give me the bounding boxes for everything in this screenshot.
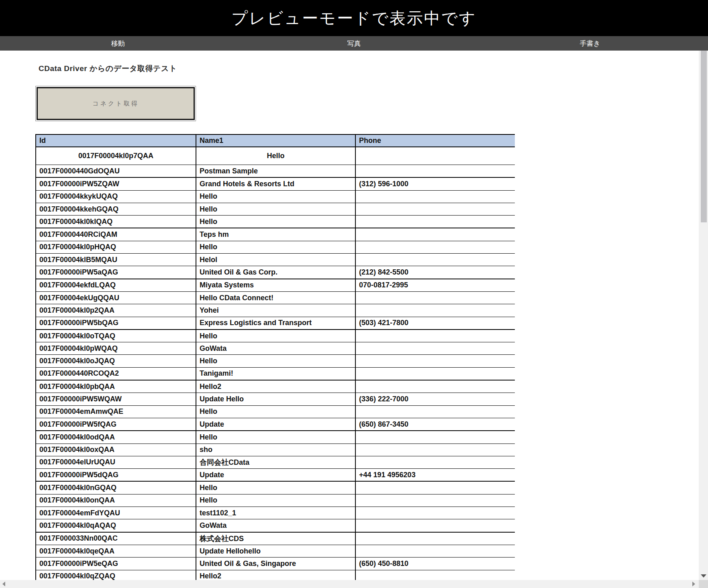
cell-phone: (503) 421-7800 bbox=[355, 317, 515, 330]
cell-phone bbox=[355, 254, 515, 266]
cell-phone bbox=[355, 507, 515, 519]
cell-phone bbox=[355, 456, 515, 468]
table-row: 0017F0000440RCiQAMTeps hm bbox=[36, 228, 515, 241]
scroll-down-arrow-icon[interactable] bbox=[701, 574, 706, 578]
cell-phone: 070-0817-2995 bbox=[355, 279, 515, 292]
cell-name1: Hello2 bbox=[196, 380, 355, 393]
cell-id: 0017F00000iPW5eQAG bbox=[36, 557, 196, 570]
cell-phone bbox=[355, 165, 515, 178]
table-row: 0017F00000iPW5ZQAWGrand Hotels & Resorts… bbox=[36, 177, 515, 190]
cell-id: 0017F00004kl0oxQAA bbox=[36, 444, 196, 456]
cell-id: 0017F00004kkykUQAQ bbox=[36, 190, 196, 203]
nav-tab-move[interactable]: 移動 bbox=[0, 36, 236, 51]
table-row: 0017F00004ekUgQQAUHello CData Connect! bbox=[36, 291, 515, 304]
cell-phone bbox=[355, 405, 515, 418]
cell-phone: (312) 596-1000 bbox=[355, 177, 515, 190]
table-row: 0017F00004ekfdLQAQMiyata Systems070-0817… bbox=[36, 279, 515, 292]
cell-phone bbox=[355, 190, 515, 203]
cell-id: 0017F00004kl0pHQAQ bbox=[36, 241, 196, 253]
cell-name1: Hello bbox=[196, 481, 355, 494]
cell-name1: Postman Sample bbox=[196, 165, 355, 178]
scroll-right-arrow-icon[interactable] bbox=[692, 582, 695, 586]
cell-phone: (650) 867-3450 bbox=[355, 418, 515, 431]
cell-name1: Hello bbox=[196, 494, 355, 507]
cell-id: 0017F00000iPW5dQAG bbox=[36, 469, 196, 482]
table-row: 0017F00004kl0odQAAHello bbox=[36, 431, 515, 444]
cell-phone bbox=[355, 545, 515, 557]
horizontal-scrollbar[interactable] bbox=[0, 580, 708, 588]
table-row: 0017F00004kl0qAQAQGoWata bbox=[36, 519, 515, 532]
cell-phone bbox=[355, 203, 515, 215]
cell-name1: Miyata Systems bbox=[196, 279, 355, 292]
nav-tab-handwriting[interactable]: 手書き bbox=[472, 36, 708, 51]
cell-id: 0017F00004kl0kIQAQ bbox=[36, 216, 196, 228]
cell-name1: Update Hellohello bbox=[196, 545, 355, 557]
cell-id: 0017F00004kl0oJQAQ bbox=[36, 355, 196, 367]
nav-tab-photo[interactable]: 写真 bbox=[236, 36, 472, 51]
cell-phone: +44 191 4956203 bbox=[355, 469, 515, 482]
cell-name1: 株式会社CDS bbox=[196, 532, 355, 545]
table-row: 0017F00004kl0nGQAQHello bbox=[36, 481, 515, 494]
cell-phone: (650) 450-8810 bbox=[355, 557, 515, 570]
cell-name1: Hello bbox=[196, 147, 355, 165]
cell-phone bbox=[355, 380, 515, 393]
cell-id: 0017F00004kl0nGQAQ bbox=[36, 481, 196, 494]
cell-name1: Tanigami! bbox=[196, 367, 355, 380]
cell-phone bbox=[355, 532, 515, 545]
cell-name1: Grand Hotels & Resorts Ltd bbox=[196, 177, 355, 190]
connect-button-frame: コネクト取得 bbox=[35, 86, 196, 121]
cell-name1: Hello bbox=[196, 355, 355, 367]
cell-id: 0017F00004emFdYQAU bbox=[36, 507, 196, 519]
table-row: 0017F00004elUrUQAU合同会社CData bbox=[36, 456, 515, 468]
vertical-scrollbar[interactable] bbox=[699, 51, 708, 580]
cell-id: 0017F0000440RCiQAM bbox=[36, 228, 196, 241]
cell-phone bbox=[355, 519, 515, 532]
cell-id: 0017F00004kkehGQAQ bbox=[36, 203, 196, 215]
cell-phone bbox=[355, 494, 515, 507]
table-row: 0017F00000iPW5eQAGUnited Oil & Gas, Sing… bbox=[36, 557, 515, 570]
cell-id: 0017F00004kl0odQAA bbox=[36, 431, 196, 444]
table-row: 0017F00004kl0p7QAAHello bbox=[36, 147, 515, 165]
cell-id: 0017F00000iPW5bQAG bbox=[36, 317, 196, 330]
cell-name1: Hello CData Connect! bbox=[196, 291, 355, 304]
table-row: 0017F00004kl0qeQAAUpdate Hellohello bbox=[36, 545, 515, 557]
cell-id: 0017F00004ekfdLQAQ bbox=[36, 279, 196, 292]
cell-name1: GoWata bbox=[196, 519, 355, 532]
cell-id: 0017F00000iPW5aQAG bbox=[36, 266, 196, 279]
table-row: 0017F00004kkykUQAQHello bbox=[36, 190, 515, 203]
cell-name1: Update bbox=[196, 469, 355, 482]
cell-phone: (336) 222-7000 bbox=[355, 393, 515, 405]
table-header-row: IdName1Phone bbox=[36, 134, 515, 147]
cell-id: 0017F00004kl0p2QAA bbox=[36, 304, 196, 317]
cell-name1: Hello bbox=[196, 203, 355, 215]
cell-name1: Update bbox=[196, 418, 355, 431]
column-header-phone: Phone bbox=[355, 134, 515, 147]
cell-name1: GoWata bbox=[196, 342, 355, 355]
column-header-name1: Name1 bbox=[196, 134, 355, 147]
cell-id: 0017F0000440RCOQA2 bbox=[36, 367, 196, 380]
preview-banner-title: プレビューモードで表示中です bbox=[231, 7, 476, 29]
cell-phone bbox=[355, 228, 515, 241]
table-row: 0017F00004kl0oxQAAsho bbox=[36, 444, 515, 456]
cell-phone bbox=[355, 444, 515, 456]
cell-id: 0017F00004kl0p7QAA bbox=[36, 147, 196, 165]
scroll-left-arrow-icon[interactable] bbox=[2, 582, 5, 586]
cell-name1: United Oil & Gas Corp. bbox=[196, 266, 355, 279]
table-row: 0017F00004emFdYQAUtest1102_1 bbox=[36, 507, 515, 519]
cell-name1: Yohei bbox=[196, 304, 355, 317]
table-row: 0017F00004emAmwQAEHello bbox=[36, 405, 515, 418]
cell-name1: Hello bbox=[196, 330, 355, 342]
vertical-scrollbar-thumb[interactable] bbox=[701, 51, 707, 222]
cell-id: 0017F00004emAmwQAE bbox=[36, 405, 196, 418]
cell-phone bbox=[355, 481, 515, 494]
cell-phone bbox=[355, 291, 515, 304]
table-row: 0017F0000440GdOQAUPostman Sample bbox=[36, 165, 515, 178]
table-row: 0017F00004klB5MQAUHelol bbox=[36, 254, 515, 266]
cell-id: 0017F00000iPW5fQAG bbox=[36, 418, 196, 431]
column-header-id: Id bbox=[36, 134, 196, 147]
cell-name1: Hello bbox=[196, 190, 355, 203]
connect-button[interactable]: コネクト取得 bbox=[37, 87, 195, 120]
cell-id: 0017F00000iPW5ZQAW bbox=[36, 177, 196, 190]
cell-phone bbox=[355, 355, 515, 367]
table-row: 0017F00000iPW5WQAWUpdate Hello(336) 222-… bbox=[36, 393, 515, 405]
